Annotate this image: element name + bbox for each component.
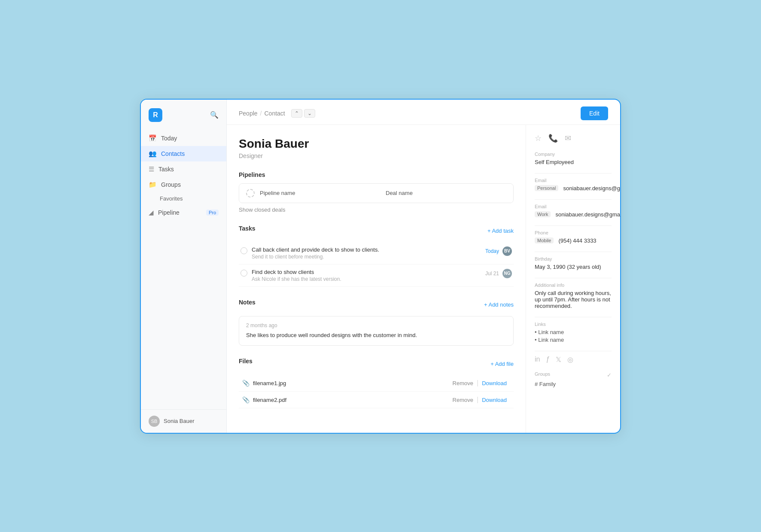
content-area: Sonia Bauer Designer Pipelines Pipeline … <box>227 125 620 433</box>
email-work-tag: Work <box>535 211 551 217</box>
phone-tag: Mobile <box>535 237 554 243</box>
task-meta-2: Jul 21 NG <box>485 269 512 278</box>
star-icon[interactable]: ☆ <box>535 134 542 143</box>
divider-4 <box>535 252 612 252</box>
add-file-button[interactable]: + Add file <box>490 361 514 367</box>
app-logo: R <box>149 108 162 122</box>
file-download-1[interactable]: Download <box>478 380 510 386</box>
divider-5 <box>535 278 612 278</box>
email-icon[interactable]: ✉ <box>565 134 571 143</box>
edit-button[interactable]: Edit <box>581 106 608 120</box>
facebook-icon[interactable]: ƒ <box>546 356 550 364</box>
breadcrumb: People / Contact ⌃ ⌄ <box>239 109 315 118</box>
sidebar-label-tasks: Tasks <box>158 166 174 173</box>
email-work-row: Work soniabauer.designs@gmail.com <box>535 211 612 218</box>
sidebar: R 🔍 📅 Today 👥 Contacts ☰ Tasks 📁 Groups … <box>141 100 227 433</box>
file-icon-2: 📎 <box>242 396 250 403</box>
task-checkbox-2[interactable] <box>240 270 247 277</box>
twitter-icon[interactable]: 𝕏 <box>556 356 561 364</box>
sidebar-item-groups[interactable]: 📁 Groups <box>141 177 226 192</box>
additional-info-label: Additional info <box>535 283 612 288</box>
group-item-1: # Family <box>535 381 612 387</box>
phone-icon[interactable]: 📞 <box>548 134 558 143</box>
task-avatar-1: BV <box>502 246 512 256</box>
phone-row: Mobile (954) 444 3333 <box>535 237 612 244</box>
task-content-1: Call back client and provide deck to sho… <box>252 246 481 260</box>
email-personal-row: Personal soniabauer.designs@gmail.com <box>535 185 612 192</box>
pipeline-badge: Pro <box>206 210 219 216</box>
task-item-2: Find deck to show clients Ask Nicole if … <box>239 264 514 287</box>
company-label: Company <box>535 152 612 157</box>
email-work-label: Email <box>535 204 612 209</box>
task-checkbox-1[interactable] <box>240 247 247 254</box>
file-download-2[interactable]: Download <box>478 397 510 403</box>
add-task-button[interactable]: + Add task <box>487 228 514 234</box>
pipeline-header-deal: Deal name <box>386 190 506 196</box>
show-closed-deals[interactable]: Show closed deals <box>239 207 514 213</box>
link-item-1[interactable]: • Link name <box>535 329 612 335</box>
groups-edit-icon[interactable]: ✓ <box>607 372 612 378</box>
sidebar-item-contacts[interactable]: 👥 Contacts <box>141 146 226 161</box>
additional-info-block: Additional info Only call during working… <box>535 283 612 309</box>
sidebar-header: R 🔍 <box>141 100 226 129</box>
task-content-2: Find deck to show clients Ask Nicole if … <box>252 269 481 282</box>
note-text: She likes to produce well rounded design… <box>246 331 506 340</box>
search-icon[interactable]: 🔍 <box>210 111 219 119</box>
divider-6 <box>535 317 612 317</box>
additional-info-value: Only call during working hours, up until… <box>535 290 612 309</box>
file-name-2: filename2.pdf <box>253 397 449 403</box>
sidebar-item-favorites[interactable]: Favorites <box>141 192 226 205</box>
sidebar-label-pipeline: Pipeline <box>158 209 180 216</box>
contact-name: Sonia Bauer <box>239 137 514 151</box>
birthday-label: Birthday <box>535 256 612 261</box>
email-personal-tag: Personal <box>535 185 558 191</box>
phone-value: (954) 444 3333 <box>558 237 596 244</box>
favorites-label: Favorites <box>160 195 183 202</box>
breadcrumb-navigation: ⌃ ⌄ <box>291 109 315 118</box>
file-remove-1[interactable]: Remove <box>449 380 477 386</box>
files-header: Files + Add file <box>239 358 514 370</box>
folder-icon: 📁 <box>149 181 157 188</box>
file-actions-1: Remove | Download <box>449 379 510 387</box>
link-item-2[interactable]: • Link name <box>535 337 612 343</box>
email-personal-label: Email <box>535 178 612 183</box>
pipeline-row-header: Pipeline name Deal name <box>239 184 513 203</box>
sidebar-label-today: Today <box>161 135 177 142</box>
linkedin-icon[interactable]: in <box>535 356 540 364</box>
file-remove-2[interactable]: Remove <box>449 397 477 403</box>
email-personal-block: Email Personal soniabauer.designs@gmail.… <box>535 178 612 192</box>
task-title-1: Call back client and provide deck to sho… <box>252 246 481 253</box>
top-bar: People / Contact ⌃ ⌄ Edit <box>227 100 620 125</box>
sidebar-item-pipeline[interactable]: ◢ Pipeline Pro <box>141 205 226 220</box>
groups-block: Groups ✓ # Family <box>535 371 612 387</box>
sidebar-item-tasks[interactable]: ☰ Tasks <box>141 161 226 177</box>
task-item: Call back client and provide deck to sho… <box>239 242 514 264</box>
add-notes-button[interactable]: + Add notes <box>484 301 514 308</box>
notes-header: Notes + Add notes <box>239 299 514 311</box>
phone-label: Phone <box>535 230 612 235</box>
sidebar-nav: 📅 Today 👥 Contacts ☰ Tasks 📁 Groups Favo… <box>141 129 226 409</box>
breadcrumb-contact: Contact <box>264 110 285 117</box>
note-time: 2 months ago <box>246 322 506 328</box>
task-avatar-2: NG <box>502 269 512 278</box>
pipeline-icon: ◢ <box>149 209 154 216</box>
pipeline-table: Pipeline name Deal name <box>239 183 514 203</box>
notes-title: Notes <box>239 299 256 306</box>
breadcrumb-down-button[interactable]: ⌄ <box>304 109 315 118</box>
pipeline-spinner-icon <box>246 189 255 198</box>
email-work-block: Email Work soniabauer.designs@gmail.com <box>535 204 612 218</box>
sidebar-item-today[interactable]: 📅 Today <box>141 131 226 146</box>
tasks-title: Tasks <box>239 225 256 232</box>
files-section: Files + Add file 📎 filename1.jpg Remove … <box>239 358 514 408</box>
instagram-icon[interactable]: ◎ <box>567 356 573 364</box>
person-icon: 👥 <box>149 150 157 158</box>
breadcrumb-up-button[interactable]: ⌃ <box>291 109 302 118</box>
divider-2 <box>535 199 612 200</box>
file-name-1: filename1.jpg <box>253 380 449 386</box>
birthday-block: Birthday May 3, 1990 (32 years old) <box>535 256 612 270</box>
email-personal-value: soniabauer.designs@gmail.com <box>563 185 620 192</box>
task-sub-2: Ask Nicole if she has the latest version… <box>252 276 481 282</box>
pipeline-header-name: Pipeline name <box>260 190 380 196</box>
sidebar-username: Sonia Bauer <box>164 418 195 424</box>
main-panel: Sonia Bauer Designer Pipelines Pipeline … <box>227 125 526 433</box>
